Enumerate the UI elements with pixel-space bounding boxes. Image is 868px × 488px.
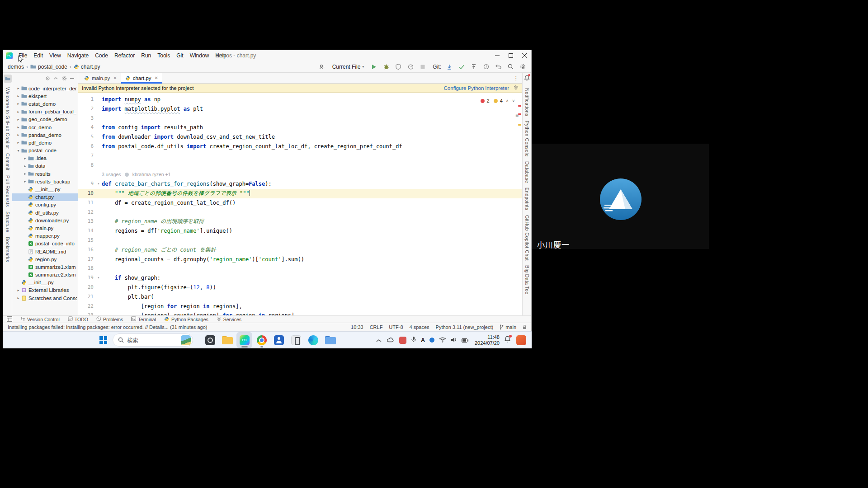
tree-item-estat-demo[interactable]: ▸estat_demo xyxy=(12,100,78,108)
tree-item-main-py[interactable]: main.py xyxy=(12,224,78,232)
menu-run[interactable]: Run xyxy=(138,50,154,61)
toolwindow-terminal[interactable]: Terminal xyxy=(131,316,156,322)
indent-indicator[interactable]: 4 spaces xyxy=(410,324,429,330)
code-line[interactable]: 18 xyxy=(78,264,522,273)
chevron-right-icon[interactable]: ▸ xyxy=(16,125,21,129)
status-message[interactable]: Installing packages failed: Installing p… xyxy=(8,324,207,330)
code-line[interactable]: 3 xyxy=(78,114,522,123)
banner-gear-icon[interactable] xyxy=(514,85,519,91)
chevron-right-icon[interactable]: ▸ xyxy=(23,179,28,183)
tray-extra-app-icon[interactable] xyxy=(516,335,526,345)
line-ending-indicator[interactable]: CRLF xyxy=(370,324,383,330)
breadcrumb-item-demos[interactable]: demos xyxy=(8,64,24,70)
settings-gear-icon[interactable] xyxy=(519,63,527,71)
taskbar-app-phone[interactable] xyxy=(288,332,304,348)
code-line[interactable]: 17 regional_counts = df.groupby('region_… xyxy=(78,255,522,264)
start-button[interactable] xyxy=(99,336,107,344)
tree-item-data[interactable]: ▸data xyxy=(12,162,78,170)
git-commit-button[interactable] xyxy=(458,63,466,71)
fold-icon[interactable]: ▾ xyxy=(95,179,102,189)
fold-icon[interactable]: ▾ xyxy=(95,273,102,283)
panel-options-icon[interactable] xyxy=(61,76,66,82)
tree-item-downloader-py[interactable]: downloader.py xyxy=(12,216,78,224)
menu-tools[interactable]: Tools xyxy=(154,50,173,61)
error-stripe-mark[interactable] xyxy=(518,113,521,115)
history-icon[interactable] xyxy=(482,63,490,71)
chevron-right-icon[interactable]: ▸ xyxy=(23,164,28,168)
code-line[interactable]: 3 usageskbrahma-ryzen +1 xyxy=(78,170,522,179)
stripe-bookmarks[interactable]: Bookmarks xyxy=(5,237,10,262)
tray-chevron-up-icon[interactable] xyxy=(376,336,382,344)
code-editor[interactable]: 1import numpy as np2import matplotlib.py… xyxy=(78,93,522,315)
menu-code[interactable]: Code xyxy=(92,50,111,61)
taskbar-app-contacts[interactable] xyxy=(271,332,287,348)
chevron-right-icon[interactable]: ▸ xyxy=(16,296,21,300)
tree-item-df-utils-py[interactable]: df_utils.py xyxy=(12,209,78,216)
code-line[interactable]: 23 [regional_counts[region] for region i… xyxy=(78,311,522,315)
code-line[interactable]: 6from postal_code.df_utils import create… xyxy=(78,142,522,151)
taskbar-clock[interactable]: 11:48 2024/07/20 xyxy=(475,334,500,346)
ime-indicator[interactable]: A xyxy=(421,337,425,343)
run-configuration-select[interactable]: Current File▾ xyxy=(330,63,366,71)
taskbar-app-gallery[interactable] xyxy=(202,332,218,348)
error-stripe-mark[interactable] xyxy=(518,105,521,107)
tree-item-region-py[interactable]: region.py xyxy=(12,255,78,263)
breadcrumb-item-postal-code[interactable]: postal_code xyxy=(30,64,67,70)
taskbar-app-pycharm[interactable]: PC xyxy=(236,332,252,348)
tree-item-ocr-demo[interactable]: ▸ocr_demo xyxy=(12,123,78,131)
stripe-structure[interactable]: Structure xyxy=(5,211,10,232)
code-line[interactable]: 2import matplotlib.pyplot as plt xyxy=(78,104,522,114)
tree-item-chart-py[interactable]: chart.py xyxy=(12,193,78,201)
usages-inlay-hint[interactable]: 3 usages xyxy=(102,170,121,179)
stripe-big-data-too[interactable]: Big Data Too xyxy=(524,265,530,295)
menu-edit[interactable]: Edit xyxy=(30,50,46,61)
code-line[interactable]: 20 plt.figure(figsize=(12, 8)) xyxy=(78,283,522,292)
code-line[interactable]: 12 xyxy=(78,208,522,217)
editor-menu-icon[interactable]: ≡ xyxy=(515,111,519,120)
author-inlay-hint[interactable]: kbrahma-ryzen +1 xyxy=(132,170,171,179)
search-everywhere-icon[interactable] xyxy=(506,63,514,71)
stripe-github-copilot-chat[interactable]: GitHub Copilot Chat xyxy=(524,215,530,261)
inspections-widget[interactable]: 2 4 ∧ ∨ xyxy=(481,96,515,106)
wifi-icon[interactable] xyxy=(439,336,446,344)
encoding-indicator[interactable]: UTF-8 xyxy=(389,324,403,330)
code-line[interactable]: 1import numpy as np xyxy=(78,95,522,104)
notification-center-icon[interactable] xyxy=(504,336,511,344)
locate-file-icon[interactable] xyxy=(45,76,50,82)
chevron-down-icon[interactable]: ▾ xyxy=(16,149,21,153)
tree-item-geo-code-demo[interactable]: ▸geo_code_demo xyxy=(12,116,78,123)
tab-main-py[interactable]: main.py✕ xyxy=(80,73,121,83)
stripe-pull-requests[interactable]: Pull Requests xyxy=(5,175,10,207)
tree-item-pandas-demo[interactable]: ▸pandas_demo xyxy=(12,131,78,139)
chevron-right-icon[interactable]: ▸ xyxy=(16,141,21,145)
code-line[interactable]: 21 plt.bar( xyxy=(78,292,522,302)
code-line[interactable]: 10 """ 地域ごとの郵便番号の件数を棒グラフで表示 """ xyxy=(78,189,522,198)
tree-item-readme-md[interactable]: README.md xyxy=(12,248,78,255)
tree-item-summarize2-xlsm[interactable]: summarize2.xlsm xyxy=(12,271,78,279)
toolwindow-version-control[interactable]: Version Control xyxy=(20,316,60,322)
stripe-endpoints[interactable]: Endpoints xyxy=(524,188,530,210)
toolwindow-services[interactable]: Services xyxy=(217,316,241,322)
tree-item-init-py[interactable]: __init__.py xyxy=(12,185,78,193)
tree-item-mapper-py[interactable]: mapper.py xyxy=(12,232,78,240)
onedrive-cloud-icon[interactable] xyxy=(387,336,395,344)
code-line[interactable]: 19▾ if show_graph: xyxy=(78,273,522,283)
coverage-button[interactable] xyxy=(394,63,402,71)
tab-options-icon[interactable]: ⋮ xyxy=(510,73,523,83)
microphone-icon[interactable] xyxy=(411,336,416,344)
battery-icon[interactable] xyxy=(462,336,468,344)
rollback-icon[interactable] xyxy=(494,63,502,71)
caret-position[interactable]: 10:33 xyxy=(351,324,363,330)
run-button[interactable] xyxy=(370,63,378,71)
chevron-right-icon[interactable]: ▸ xyxy=(23,172,28,176)
menu-view[interactable]: View xyxy=(46,50,64,61)
tree-item-summarize1-xlsm[interactable]: summarize1.xlsm xyxy=(12,263,78,271)
tree-item-pdf-demo[interactable]: ▸pdf_demo xyxy=(12,139,78,146)
code-line[interactable]: 5from downloader import download_csv_and… xyxy=(78,132,522,142)
tree-item-scratches-and-consoles[interactable]: ▸Scratches and Consoles xyxy=(12,294,78,302)
volume-icon[interactable] xyxy=(451,336,457,344)
code-line[interactable]: 9▾def create_bar_charts_for_regions(show… xyxy=(78,179,522,189)
tree-item-postal-code-info[interactable]: postal_code_info xyxy=(12,240,78,248)
warning-stripe-mark[interactable] xyxy=(518,124,521,126)
stripe-commit[interactable]: Commit xyxy=(5,153,10,171)
